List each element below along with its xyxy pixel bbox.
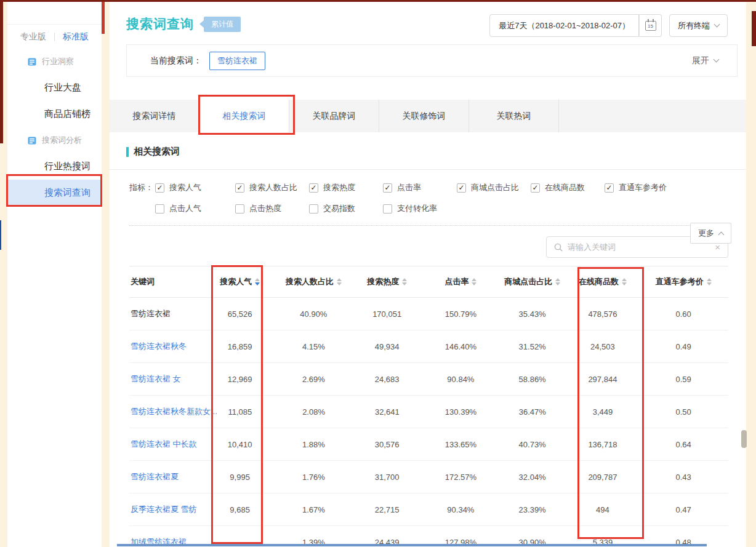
column-header-6[interactable]: 在线商品数 <box>567 276 639 287</box>
tab-0[interactable]: 搜索词详情 <box>110 100 199 132</box>
column-header-7[interactable]: 直通车参考价 <box>638 276 728 287</box>
value-cell: 24,503 <box>567 342 639 351</box>
column-header-4[interactable]: 点击率 <box>424 276 498 287</box>
page-edge-red-fragment <box>102 2 105 34</box>
value-cell: 172.57% <box>424 473 498 482</box>
checkbox-icon: ✓ <box>457 183 466 193</box>
divider <box>54 33 55 41</box>
sort-icon[interactable] <box>402 278 407 285</box>
metric-checkbox-metrics-row1-1[interactable]: ✓搜索人数占比 <box>235 182 309 193</box>
value-cell: 35.43% <box>498 309 567 319</box>
sort-icon[interactable] <box>472 278 477 285</box>
horizontal-scrollbar[interactable] <box>117 544 707 546</box>
tab-2[interactable]: 关联品牌词 <box>289 100 379 132</box>
metric-checkbox-metrics-row2-3[interactable]: 支付转化率 <box>383 203 469 214</box>
sort-asc-icon <box>402 278 407 281</box>
value-cell: 9,995 <box>203 473 277 482</box>
checkbox-icon: ✓ <box>155 183 164 193</box>
checkbox-icon: ✓ <box>235 183 244 193</box>
version-tabs: 专业版标准版 <box>7 24 102 49</box>
metric-checkbox-metrics-row2-0[interactable]: 点击人气 <box>155 203 235 214</box>
metric-checkbox-metrics-row1-5[interactable]: ✓在线商品数 <box>531 182 605 193</box>
metric-checkbox-metrics-row1-2[interactable]: ✓搜索热度 <box>309 182 383 193</box>
checkbox-icon: ✓ <box>531 183 540 193</box>
chevron-down-icon <box>714 57 720 63</box>
page-edge-right-bar <box>752 11 756 46</box>
sort-icon[interactable] <box>707 278 712 285</box>
sort-icon[interactable] <box>255 278 260 285</box>
column-header-1[interactable]: 搜索人气 <box>203 276 277 287</box>
date-range-button[interactable]: 最近7天（2018-02-01~2018-02-07） <box>489 14 639 37</box>
sidebar-item-4[interactable]: 行业热搜词 <box>7 153 102 180</box>
value-cell: 11,085 <box>203 407 277 417</box>
value-cell: 3,449 <box>567 407 639 417</box>
value-cell: 0.43 <box>638 473 728 482</box>
keyword-link[interactable]: 雪纺连衣裙 女 <box>131 373 181 385</box>
checkbox-icon <box>235 204 244 214</box>
metric-label: 支付转化率 <box>397 203 437 214</box>
keyword-link[interactable]: 雪纺连衣裙秋冬 <box>131 341 187 352</box>
metric-label: 点击人气 <box>169 203 201 214</box>
current-term-label: 当前搜索词： <box>150 55 202 66</box>
sidebar-version-tab-0[interactable]: 专业版 <box>20 31 46 42</box>
column-header-label: 搜索人数占比 <box>286 276 334 287</box>
value-cell: 40.90% <box>277 309 351 319</box>
value-cell: 0.59 <box>638 375 728 384</box>
keyword-link[interactable]: 雪纺连衣裙夏 <box>131 471 179 482</box>
value-cell: 23.39% <box>498 505 567 514</box>
metric-checkbox-metrics-row2-1[interactable]: 点击热度 <box>235 203 309 214</box>
column-header-5[interactable]: 商城点击占比 <box>498 276 567 287</box>
value-cell: 1.88% <box>277 440 351 449</box>
keyword-cell: 雪纺连衣裙秋冬 <box>129 341 203 352</box>
column-header-2[interactable]: 搜索人数占比 <box>277 276 351 287</box>
sort-icon[interactable] <box>555 278 560 285</box>
current-term-chip[interactable]: 雪纺连衣裙 <box>209 52 265 70</box>
value-cell: 136,718 <box>567 440 639 449</box>
tab-1[interactable]: 相关搜索词 <box>199 100 289 132</box>
sidebar-version-tab-1[interactable]: 标准版 <box>63 31 89 42</box>
metric-label: 直通车参考价 <box>619 182 667 193</box>
page-header: 搜索词查询 累计值 最近7天（2018-02-01~2018-02-07） 15… <box>110 2 746 92</box>
metric-label: 搜索热度 <box>323 182 355 193</box>
sort-asc-icon <box>555 278 560 281</box>
keyword-text: 雪纺连衣裙 <box>131 308 171 319</box>
sidebar-item-2[interactable]: 商品店铺榜 <box>7 101 102 127</box>
column-header-3[interactable]: 搜索热度 <box>350 276 424 287</box>
metric-checkbox-metrics-row1-3[interactable]: ✓点击率 <box>383 182 457 193</box>
column-header-label: 关键词 <box>131 276 155 287</box>
calendar-button[interactable]: 15 <box>639 14 662 37</box>
keyword-cell: 反季连衣裙夏 雪纺 <box>129 504 203 515</box>
value-cell: 1.76% <box>277 473 351 482</box>
metric-checkbox-metrics-row1-4[interactable]: ✓商城点击占比 <box>457 182 531 193</box>
sidebar-item-1[interactable]: 行业大盘 <box>7 74 102 101</box>
more-button[interactable]: 更多 <box>690 223 731 244</box>
sort-icon[interactable] <box>337 278 342 285</box>
sidebar-item-5[interactable]: 搜索词查询 <box>7 180 102 206</box>
section-accent-bar <box>126 147 129 157</box>
current-term-bar: 当前搜索词： 雪纺连衣裙 展开 <box>126 44 738 77</box>
metric-checkbox-metrics-row1-6[interactable]: ✓直通车参考价 <box>605 182 685 193</box>
tab-4[interactable]: 关联热词 <box>469 100 559 132</box>
sort-desc-icon <box>255 282 260 285</box>
content-panel: 相关搜索词 指标： ✓搜索人气✓搜索人数占比✓搜索热度✓点击率✓商城点击占比✓在… <box>110 132 746 547</box>
value-cell: 478,576 <box>567 309 639 319</box>
value-cell: 0.47 <box>638 505 728 514</box>
metric-label: 点击率 <box>397 182 421 193</box>
value-cell: 58.86% <box>498 375 567 384</box>
keyword-search-input[interactable] <box>568 242 715 252</box>
sort-icon[interactable] <box>622 278 627 285</box>
page: 专业版标准版 行业洞察行业大盘商品店铺榜搜索词分析行业热搜词搜索词查询 搜索词查… <box>0 0 756 547</box>
keyword-link[interactable]: 雪纺连衣裙 中长款 <box>131 439 197 450</box>
scrollbar-thumb[interactable] <box>741 430 747 448</box>
tab-3[interactable]: 关联修饰词 <box>379 100 469 132</box>
table-row: 雪纺连衣裙65,52640.90%170,051150.79%35.43%478… <box>129 298 728 330</box>
page-edge-right <box>746 0 756 547</box>
expand-link[interactable]: 展开 <box>692 55 718 66</box>
value-cell: 494 <box>567 505 639 514</box>
keyword-link[interactable]: 反季连衣裙夏 雪纺 <box>131 504 197 515</box>
metric-checkbox-metrics-row1-0[interactable]: ✓搜索人气 <box>155 182 235 193</box>
metric-checkbox-metrics-row2-2[interactable]: 交易指数 <box>309 203 383 214</box>
more-button-label: 更多 <box>698 228 714 239</box>
terminal-select[interactable]: 所有终端 <box>669 14 728 37</box>
table-row: 雪纺连衣裙 中长款10,4101.88%30,576133.65%40.73%1… <box>129 428 728 461</box>
